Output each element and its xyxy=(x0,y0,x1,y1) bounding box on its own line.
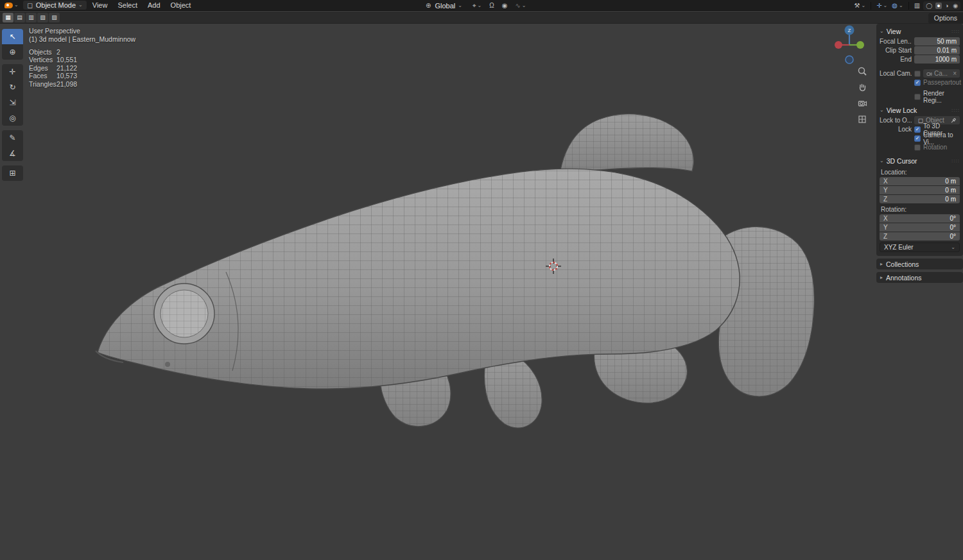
navigation-gizmo[interactable]: Z xyxy=(824,20,874,70)
passepartout-checkbox[interactable]: ✓ xyxy=(914,80,921,86)
xray-toggle[interactable]: ▥ xyxy=(913,2,921,9)
annotations-panel-header[interactable]: ▸ Annotations xyxy=(876,272,963,283)
stat-label: Vertices xyxy=(29,56,56,64)
cursor-section-header[interactable]: ⌄ 3D Cursor :::: xyxy=(878,155,961,166)
axis-label: X xyxy=(883,178,888,185)
menu-object[interactable]: Object xyxy=(166,1,196,10)
camera-view-button[interactable] xyxy=(855,97,869,110)
cursor-location-z[interactable]: Z 0 m xyxy=(880,195,960,203)
viewport-info-overlay: User Perspective (1) 3d model | Eastern_… xyxy=(29,27,135,88)
shading-wireframe-icon[interactable]: ◯ xyxy=(924,3,933,9)
tool-transform[interactable]: ◎ xyxy=(2,110,23,126)
fish-nostril xyxy=(165,362,170,367)
snap-magnet-toggle[interactable]: Ω xyxy=(488,2,495,9)
rotation-mode-dropdown[interactable]: XYZ Euler ⌄ xyxy=(880,242,960,252)
transform-orientation-selector[interactable]: ⊕ Global ⌄ xyxy=(421,1,466,10)
annotations-title: Annotations xyxy=(886,274,921,282)
scale-icon: ⇲ xyxy=(9,98,15,107)
mode-selector-label: Object Mode xyxy=(36,1,76,9)
shading-solid-icon[interactable]: ● xyxy=(935,3,941,9)
stat-edges: Edges 21,122 xyxy=(29,64,135,72)
proportional-falloff-dropdown[interactable]: ∿⌄ xyxy=(514,2,527,9)
tool-select-box[interactable]: ↖ xyxy=(2,29,23,44)
clip-end-field[interactable]: 1000 m xyxy=(914,55,960,64)
lock-to-object-label: Lock to O... xyxy=(880,117,912,124)
shading-material-icon[interactable]: ◑ xyxy=(944,3,950,9)
tool-settings-bar: ▦ ▤ ▥ ▧ ▨ Options xyxy=(0,12,963,24)
fish-mesh-model[interactable] xyxy=(0,11,963,560)
lock-rotation-checkbox[interactable] xyxy=(914,144,921,151)
view-perspective-label: User Perspective xyxy=(29,27,135,35)
menu-add[interactable]: Add xyxy=(143,1,165,10)
caret-right-icon: ▸ xyxy=(880,262,883,267)
collections-panel-header[interactable]: ▸ Collections xyxy=(876,259,963,269)
camera-to-view-checkbox[interactable]: ✓ xyxy=(914,135,921,142)
pan-button[interactable] xyxy=(855,81,869,94)
local-camera-checkbox[interactable] xyxy=(914,71,921,77)
view-panel: ⌄ View :::: Focal Len... 50 mm Clip Star… xyxy=(876,24,963,256)
lock-rotation-label: Rotation xyxy=(923,144,947,151)
tool-rotate[interactable]: ↻ xyxy=(2,80,23,95)
render-region-checkbox[interactable] xyxy=(914,94,921,100)
to-3d-cursor-checkbox[interactable]: ✓ xyxy=(914,126,921,133)
panel-grip[interactable]: :::: xyxy=(951,158,960,164)
proportional-editing-toggle[interactable]: ◉ xyxy=(501,2,509,9)
shading-rendered-icon[interactable]: ◉ xyxy=(951,3,959,9)
tool-add-cube[interactable]: ⊞ xyxy=(2,165,23,181)
zoom-button[interactable] xyxy=(855,65,869,78)
select-mode-intersect-icon[interactable]: ▨ xyxy=(49,13,60,22)
lock-label: Lock xyxy=(880,126,912,133)
scene-statistics: Objects 2 Vertices 10,551 Edges 21,122 F… xyxy=(29,48,135,88)
axis-value: 0° xyxy=(950,224,956,231)
menu-select[interactable]: Select xyxy=(113,1,142,10)
active-tool-dropdown[interactable]: ⚒⌄ xyxy=(853,2,867,9)
options-button[interactable]: Options xyxy=(928,13,963,24)
clip-start-field[interactable]: 0.01 m xyxy=(914,46,960,55)
show-gizmos-dropdown[interactable]: ✛⌄ xyxy=(875,2,889,9)
tool-cursor[interactable]: ⊕ xyxy=(2,44,23,60)
focal-length-field[interactable]: 50 mm xyxy=(914,37,960,46)
clear-icon[interactable]: × xyxy=(953,70,957,77)
menu-view[interactable]: View xyxy=(88,1,112,10)
view-section-header[interactable]: ⌄ View :::: xyxy=(878,26,961,37)
select-mode-subtract-icon[interactable]: ▥ xyxy=(26,13,37,22)
select-mode-set-icon[interactable]: ▦ xyxy=(3,13,13,22)
tool-annotate[interactable]: ✎ xyxy=(2,130,23,146)
cursor-rotation-x[interactable]: X 0° xyxy=(880,214,960,223)
panel-grip[interactable]: :::: xyxy=(951,107,960,113)
tool-measure[interactable]: ∡ xyxy=(2,146,23,161)
topbar: ⌄ ◻ Object Mode ⌄ View Select Add Object… xyxy=(0,0,963,11)
local-camera-field[interactable]: Ca... × xyxy=(923,69,960,78)
passepartout-label: Passepartout xyxy=(923,79,961,86)
snap-target-dropdown[interactable]: ⌖⌄ xyxy=(471,2,483,10)
cursor-location-fields: X 0 m Y 0 m Z 0 m xyxy=(880,177,960,203)
separator xyxy=(908,2,909,10)
cursor-rotation-y[interactable]: Y 0° xyxy=(880,223,960,232)
active-object-label: (1) 3d model | Eastern_Mudminnow xyxy=(29,35,135,44)
tool-scale[interactable]: ⇲ xyxy=(2,95,23,110)
caret-down-icon: ⌄ xyxy=(880,108,884,113)
gizmo-axis-x-negative[interactable] xyxy=(835,41,842,49)
viewport-3d[interactable]: ↖ ⊕ ✛ ↻ ⇲ ◎ ✎ ∡ ⊞ User Perspective (1) 3… xyxy=(0,11,963,560)
tool-move[interactable]: ✛ xyxy=(2,64,23,80)
cursor-rotation-z[interactable]: Z 0° xyxy=(880,232,960,241)
panel-grip[interactable]: :::: xyxy=(951,28,960,34)
annotate-pen-icon: ✎ xyxy=(9,133,15,142)
select-mode-extend-icon[interactable]: ▤ xyxy=(14,13,25,22)
ortho-toggle-button[interactable] xyxy=(855,113,869,126)
mode-selector[interactable]: ◻ Object Mode ⌄ xyxy=(23,1,87,10)
cursor-location-x[interactable]: X 0 m xyxy=(880,177,960,185)
blender-logo-icon xyxy=(4,3,13,8)
local-camera-value: Ca... xyxy=(934,70,948,77)
local-camera-label: Local Cam... xyxy=(880,70,912,77)
gizmo-axis-z-negative[interactable] xyxy=(846,56,853,64)
cursor-location-y[interactable]: Y 0 m xyxy=(880,186,960,194)
gizmo-axis-y-positive[interactable] xyxy=(856,41,864,49)
show-overlays-dropdown[interactable]: ◍⌄ xyxy=(890,2,904,9)
view-lock-section-header[interactable]: ⌄ View Lock :::: xyxy=(878,105,961,115)
chevron-down-icon: ⌄ xyxy=(862,3,866,8)
view-lock-section-title: View Lock xyxy=(887,106,917,114)
axis-value: 0° xyxy=(950,215,956,222)
blender-app-menu[interactable]: ⌄ xyxy=(3,3,20,8)
select-mode-invert-icon[interactable]: ▧ xyxy=(37,13,48,22)
